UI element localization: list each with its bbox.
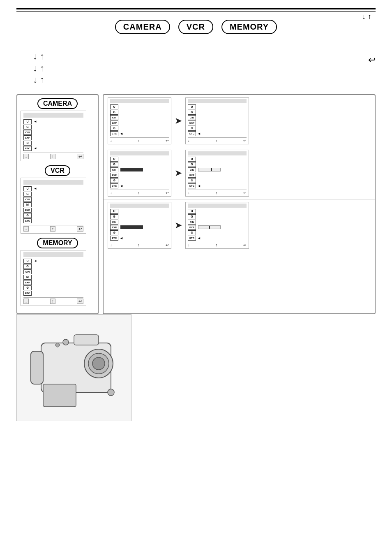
nav-return-camera[interactable]: ↩ bbox=[77, 154, 83, 159]
a1-row-u: U bbox=[188, 104, 247, 109]
before-screen-2: U G CIN EXP ⊙ bbox=[108, 150, 171, 197]
a2-row-exp: EXP bbox=[188, 173, 247, 178]
svg-point-8 bbox=[63, 339, 69, 345]
a1-row-g: G bbox=[188, 110, 247, 115]
camera-svg bbox=[21, 318, 127, 417]
icon-circle: ⊙ bbox=[23, 141, 32, 146]
a1-row-cin: CIN bbox=[188, 115, 247, 120]
a2-nav: ↓ ↑ ↩ bbox=[188, 190, 247, 195]
mem-icon-g: G bbox=[23, 264, 32, 269]
nav-return-mem[interactable]: ↩ bbox=[77, 299, 83, 304]
page-container: ↓ ↑ CAMERA VCR MEMORY ↓ ↑ ↓ ↑ ↓ ↑ ↩ CAME… bbox=[0, 0, 392, 556]
menu-row-u: U ◄ bbox=[23, 119, 83, 124]
nav-up-mem[interactable]: ↑ bbox=[50, 299, 55, 304]
svg-rect-5 bbox=[43, 384, 76, 407]
vcr-row-cin: CIN bbox=[23, 197, 83, 202]
icon-etc-camera: ETC bbox=[23, 146, 32, 151]
return-symbol-top: ↩ bbox=[368, 55, 376, 65]
vcr-mode-badge[interactable]: VCR bbox=[178, 20, 213, 34]
selected-highlight-s2 bbox=[120, 168, 143, 171]
camera-section: CAMERA U ◄ G CIN EXP bbox=[21, 98, 95, 161]
step2-arrow: ➤ bbox=[175, 168, 182, 178]
vcr-icon-circle: ⊙ bbox=[23, 213, 32, 218]
vcr-row-m: M bbox=[23, 202, 83, 207]
s3-row-circle: ⊙ bbox=[110, 230, 169, 235]
selected-highlight-s3 bbox=[120, 225, 143, 229]
menu-title-bar bbox=[23, 113, 83, 118]
mem-row-circle: ⊙ bbox=[23, 285, 83, 290]
bottom-area bbox=[16, 314, 376, 421]
camera-menu-screen: U ◄ G CIN EXP ⊙ ET bbox=[21, 111, 86, 161]
vcr-icon-cin: CIN bbox=[23, 197, 32, 202]
icon-exp: EXP bbox=[23, 135, 32, 140]
svg-point-9 bbox=[108, 389, 114, 396]
icon-u: U bbox=[23, 119, 32, 124]
a3-row-g: G bbox=[188, 214, 247, 219]
vcr-row-u: U ◄ bbox=[23, 186, 83, 191]
s1-row-g: G bbox=[110, 110, 169, 115]
mem-icon-m: M bbox=[23, 275, 32, 280]
nav-up-vcr[interactable]: ↑ bbox=[50, 226, 55, 232]
s2-row-circle: ⊙ bbox=[110, 178, 169, 183]
s3-row-u: U bbox=[110, 209, 169, 214]
svg-rect-4 bbox=[74, 335, 99, 345]
vcr-icon-etc: ETC bbox=[23, 218, 32, 223]
vcr-row-exp: EXP bbox=[23, 208, 83, 213]
camera-mode-badge[interactable]: CAMERA bbox=[115, 20, 170, 34]
a2-row-circle: ⊙ bbox=[188, 178, 247, 183]
before-screen-3: U G CIN EXP ⊙ bbox=[108, 202, 171, 249]
vcr-icon-u: U bbox=[23, 186, 32, 191]
vcr-title-bar bbox=[23, 180, 83, 185]
step-row-1: U G CIN EXP ⊙ ETC bbox=[104, 95, 375, 147]
icon-g: G bbox=[23, 125, 32, 130]
nav-down-vcr[interactable]: ↓ bbox=[23, 226, 29, 232]
vcr-section: VCR U ◄ G CIN M bbox=[21, 165, 95, 234]
camera-image bbox=[16, 314, 131, 421]
s2-row-u: U bbox=[110, 157, 169, 162]
icon-cin: CIN bbox=[23, 130, 32, 135]
memory-mode-badge[interactable]: MEMORY bbox=[221, 20, 277, 34]
vcr-row-circle: ⊙ bbox=[23, 213, 83, 218]
s1-row-etc: ETC ◄ bbox=[110, 131, 169, 136]
right-panel: U G CIN EXP ⊙ ETC bbox=[103, 94, 376, 314]
after-screen-2: U G CIN EXP bbox=[185, 150, 249, 197]
a2-row-cin: CIN bbox=[188, 167, 247, 172]
menu-row-g: G bbox=[23, 125, 83, 130]
nav-up-camera[interactable]: ↑ bbox=[50, 154, 55, 159]
etc-marker-camera: ◄ bbox=[34, 146, 37, 150]
s3-row-exp: EXP bbox=[110, 225, 169, 230]
s1-row-exp: EXP bbox=[110, 120, 169, 125]
desc-text bbox=[57, 46, 356, 55]
slider-thumb bbox=[211, 168, 212, 171]
mem-icon-circle: ⊙ bbox=[23, 285, 32, 290]
s3-nav: ↓ ↑ ↩ bbox=[110, 242, 169, 247]
a1-row-etc: ETC ◄ bbox=[188, 131, 247, 136]
svg-point-7 bbox=[55, 343, 60, 347]
menu-row-exp: EXP bbox=[23, 135, 83, 140]
vcr-icon-exp: EXP bbox=[23, 208, 32, 213]
after-screen-3: U G CIN EXP bbox=[185, 202, 249, 249]
mem-icon-exp: EXP bbox=[23, 280, 32, 285]
mem-row-u: U ◄ bbox=[23, 259, 83, 264]
s3-row-g: G bbox=[110, 214, 169, 219]
memory-badge-left: MEMORY bbox=[37, 238, 78, 248]
mem-row-g: G bbox=[23, 264, 83, 269]
nav-down-mem[interactable]: ↓ bbox=[23, 299, 29, 304]
svg-rect-6 bbox=[31, 351, 43, 384]
top-arrows: ↓ ↑ bbox=[362, 12, 371, 21]
top-rule-thick bbox=[16, 8, 376, 9]
right-bottom-space bbox=[103, 314, 376, 421]
after-screen-1: U G CIN EXP ⊙ ETC bbox=[185, 97, 249, 144]
desc-arrows: ↓ ↑ ↓ ↑ ↓ ↑ bbox=[33, 51, 44, 86]
nav-down-camera[interactable]: ↓ bbox=[23, 154, 29, 159]
vcr-menu-screen: U ◄ G CIN M EXP ⊙ bbox=[21, 178, 86, 234]
main-diagram: CAMERA U ◄ G CIN EXP bbox=[16, 94, 376, 314]
vcr-nav-bar: ↓ ↑ ↩ bbox=[23, 225, 83, 232]
a3-row-exp: EXP bbox=[188, 225, 247, 230]
nav-return-vcr[interactable]: ↩ bbox=[77, 226, 83, 232]
s2-row-etc: ETC ◄ bbox=[110, 183, 169, 188]
s2-row-cin: CIN bbox=[110, 167, 169, 172]
slider-indicator bbox=[198, 168, 221, 171]
a3-row-etc: ETC ◄ bbox=[188, 236, 247, 241]
menu-row-etc-camera: ETC ◄ bbox=[23, 146, 83, 151]
